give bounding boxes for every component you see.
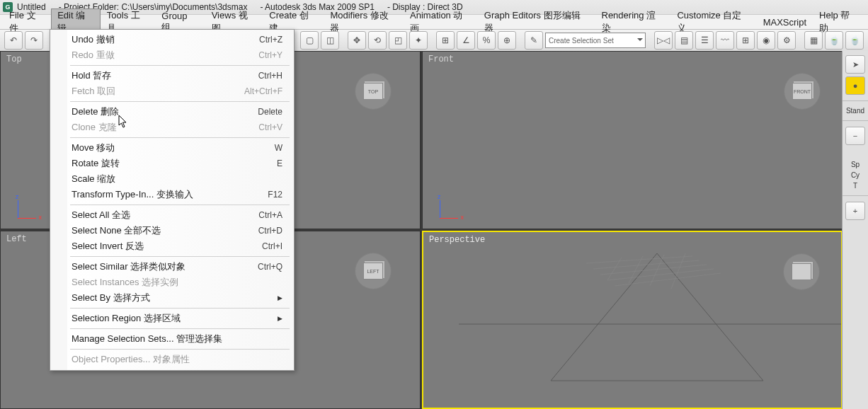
menu-item-select-by[interactable]: Select By 选择方式▶ bbox=[52, 290, 292, 306]
menu-item-hold[interactable]: Hold 暂存Ctrl+H bbox=[52, 68, 292, 83]
select-region-icon[interactable]: ▢ bbox=[300, 31, 319, 50]
menu-item-select-similar[interactable]: Select Similar 选择类似对象Ctrl+Q bbox=[52, 259, 292, 275]
material-editor-icon[interactable]: ◉ bbox=[757, 31, 775, 50]
angle-snap-icon[interactable]: ∠ bbox=[457, 31, 475, 50]
axis-gizmo-front bbox=[437, 197, 461, 221]
menu-separator bbox=[70, 137, 290, 138]
menu-separator bbox=[70, 256, 290, 257]
curve-editor-icon[interactable]: 〰 bbox=[716, 31, 734, 50]
viewport-front[interactable]: Front FRONT bbox=[422, 51, 843, 229]
menu-separator bbox=[70, 328, 290, 329]
menu-item-move[interactable]: Move 移动W bbox=[52, 140, 292, 156]
menu-item-select-invert[interactable]: Select Invert 反选Ctrl+I bbox=[52, 238, 292, 254]
viewcube-front-face: FRONT bbox=[792, 83, 812, 100]
move-icon[interactable]: ✥ bbox=[348, 31, 366, 50]
submenu-arrow-icon: ▶ bbox=[278, 294, 282, 301]
menu-bar: File 文件 Edit 编辑 Tools 工具 Group 组 Views 视… bbox=[0, 15, 868, 30]
viewcube-top[interactable]: TOP bbox=[355, 73, 392, 110]
menu-item-selection-region[interactable]: Selection Region 选择区域▶ bbox=[52, 311, 292, 326]
panel-label-standard: Stand bbox=[846, 107, 864, 115]
command-panel: ➤ ● Stand − Sp Cy T + bbox=[842, 51, 868, 409]
menu-item-select-instances[interactable]: Select Instances 选择实例 bbox=[52, 275, 292, 290]
edit-menu-dropdown: Undo 撤销Ctrl+Z Redo 重做Ctrl+Y Hold 暂存Ctrl+… bbox=[50, 29, 295, 371]
viewcube-left[interactable]: LEFT bbox=[355, 253, 392, 289]
menu-separator bbox=[70, 65, 290, 66]
menu-item-transform-type-in[interactable]: Transform Type-In... 变换输入F12 bbox=[52, 187, 292, 202]
menu-item-redo[interactable]: Redo 重做Ctrl+Y bbox=[52, 47, 292, 63]
menu-separator bbox=[70, 308, 290, 309]
menu-item-manage-selection-sets[interactable]: Manage Selection Sets... 管理选择集 bbox=[52, 331, 292, 347]
menu-maxscript[interactable]: MAXScript bbox=[757, 16, 813, 28]
layers-icon[interactable]: ☰ bbox=[695, 31, 714, 50]
menu-item-rotate[interactable]: Rotate 旋转E bbox=[52, 156, 292, 171]
render-icon[interactable]: 🍵 bbox=[825, 31, 843, 50]
menu-item-scale[interactable]: Scale 缩放 bbox=[52, 171, 292, 187]
menu-separator bbox=[70, 204, 290, 205]
rotate-icon[interactable]: ⟲ bbox=[368, 31, 387, 50]
viewport-front-label: Front bbox=[428, 54, 454, 64]
percent-snap-icon[interactable]: % bbox=[477, 31, 496, 50]
perspective-grid bbox=[423, 232, 841, 408]
render-frame-icon[interactable]: ▦ bbox=[804, 31, 823, 50]
app-window: G Untitled - Project Folder: C:\Users\im… bbox=[0, 0, 868, 409]
menu-item-fetch[interactable]: Fetch 取回Alt+Ctrl+F bbox=[52, 83, 292, 99]
svg-line-3 bbox=[657, 253, 763, 381]
menu-item-undo[interactable]: Undo 撤销Ctrl+Z bbox=[52, 32, 292, 47]
menu-separator bbox=[70, 101, 290, 102]
selection-set-label: Create Selection Set bbox=[549, 37, 614, 45]
snap-toggle-icon[interactable]: ⊞ bbox=[436, 31, 455, 50]
modify-tab-icon[interactable]: ● bbox=[845, 76, 865, 95]
svg-line-9 bbox=[607, 258, 622, 280]
viewcube-front[interactable]: FRONT bbox=[784, 73, 821, 110]
redo-icon[interactable]: ↷ bbox=[25, 31, 43, 50]
align-icon[interactable]: ▤ bbox=[675, 31, 693, 50]
viewcube-left-face: LEFT bbox=[363, 263, 383, 280]
schematic-icon[interactable]: ⊞ bbox=[736, 31, 755, 50]
viewport-top-label: Top bbox=[6, 54, 22, 64]
scale-icon[interactable]: ◰ bbox=[389, 31, 407, 50]
menu-item-clone[interactable]: Clone 克隆Ctrl+V bbox=[52, 120, 292, 135]
viewcube-top-face: TOP bbox=[363, 83, 383, 100]
menu-separator bbox=[70, 349, 290, 350]
manipulate-icon[interactable]: ✦ bbox=[409, 31, 428, 50]
panel-minus-icon[interactable]: − bbox=[845, 127, 865, 145]
menu-item-select-none[interactable]: Select None 全部不选Ctrl+D bbox=[52, 223, 292, 238]
menu-item-object-properties[interactable]: Object Properties... 对象属性 bbox=[52, 352, 292, 367]
named-sel-icon[interactable]: ✎ bbox=[525, 31, 543, 50]
viewport-left-label: Left bbox=[6, 234, 27, 244]
svg-line-7 bbox=[607, 269, 714, 280]
window-crossing-icon[interactable]: ◫ bbox=[321, 31, 339, 50]
viewport-perspective[interactable]: Perspective bbox=[422, 231, 843, 409]
panel-plus-icon[interactable]: + bbox=[845, 202, 865, 220]
svg-line-12 bbox=[671, 253, 685, 289]
spinner-snap-icon[interactable]: ⊕ bbox=[498, 31, 516, 50]
render-production-icon[interactable]: 🍵 bbox=[845, 31, 864, 50]
undo-icon[interactable]: ↶ bbox=[4, 31, 23, 50]
selection-set-select[interactable]: Create Selection Set bbox=[545, 33, 646, 48]
render-setup-icon[interactable]: ⚙ bbox=[777, 31, 796, 50]
panel-label-t: T bbox=[853, 182, 857, 190]
axis-gizmo-top bbox=[15, 197, 39, 221]
panel-label-sp: Sp bbox=[851, 161, 860, 168]
create-tab-icon[interactable]: ➤ bbox=[845, 55, 865, 74]
mirror-icon[interactable]: ▷◁ bbox=[654, 31, 673, 50]
panel-label-cy: Cy bbox=[851, 171, 860, 179]
svg-line-2 bbox=[551, 253, 657, 381]
menu-item-delete[interactable]: Delete 删除Delete bbox=[52, 104, 292, 120]
submenu-arrow-icon: ▶ bbox=[278, 315, 282, 322]
menu-item-select-all[interactable]: Select All 全选Ctrl+A bbox=[52, 207, 292, 223]
